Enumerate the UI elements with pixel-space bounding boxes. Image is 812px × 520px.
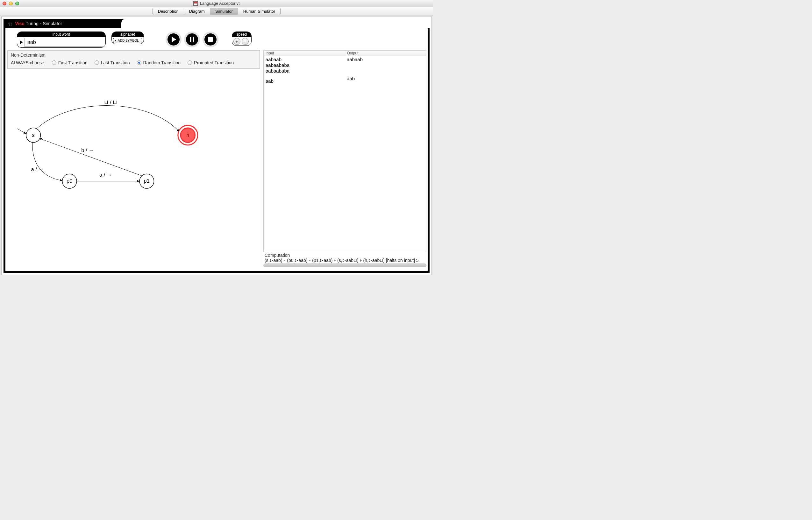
tab-simulator[interactable]: Simulator — [210, 8, 238, 15]
edge-p0-p1-label: a / → — [99, 172, 112, 178]
state-p1-label: p1 — [144, 178, 150, 184]
document-icon — [193, 1, 198, 6]
radio-first-transition[interactable]: First Transition — [52, 60, 87, 65]
logo-icon: m — [7, 20, 12, 27]
alphabet-panel: alphabet ADD SYMBOL — [111, 31, 144, 44]
nondeterminism-legend: Non-Determinism — [11, 53, 256, 58]
edge-s-h-label: ⊔ / ⊔ — [104, 99, 117, 105]
play-icon — [172, 36, 176, 42]
window-title: Language Acceptor.vt — [200, 1, 239, 6]
state-p0-label: p0 — [67, 178, 72, 184]
io-input-cell: aabaababa — [265, 68, 343, 74]
zoom-icon[interactable] — [15, 2, 19, 5]
app-frame: m Visu Turing - Simulator input word alp… — [1, 17, 432, 275]
radio-last-transition[interactable]: Last Transition — [95, 60, 130, 65]
io-input-cell: aabaab — [265, 57, 343, 62]
state-s-label: s — [32, 132, 35, 138]
minimize-icon[interactable] — [9, 2, 13, 5]
tab-human-simulator[interactable]: Human Simulator — [238, 8, 280, 15]
stop-button[interactable] — [203, 31, 219, 47]
speed-caption: speed — [232, 32, 252, 37]
speed-panel: speed + - — [232, 31, 252, 46]
io-input-cell: aab — [265, 78, 343, 84]
input-word-panel: input word — [17, 31, 106, 48]
io-input-cell — [265, 74, 343, 78]
toolbar: input word alphabet ADD SYMBOL — [5, 28, 428, 50]
computation-header: Computation — [263, 253, 426, 258]
edge-s-p0-label: a / → — [31, 166, 43, 172]
add-symbol-button[interactable]: ADD SYMBOL — [113, 38, 142, 43]
pause-icon — [190, 37, 194, 42]
stop-icon — [208, 37, 213, 42]
nondeterminism-panel: Non-Determinism ALWAYS choose: First Tra… — [7, 50, 260, 69]
choose-label: ALWAYS choose: — [11, 60, 46, 65]
io-output-cell — [347, 67, 424, 71]
pause-button[interactable] — [184, 31, 200, 47]
computation-line: (s,⊳aab) ⊦ (p0,⊳aab) ⊦ (p1,⊳aab) ⊦ (s,⊳a… — [263, 258, 426, 263]
computation-panel: Computation (s,⊳aab) ⊦ (p0,⊳aab) ⊦ (p1,⊳… — [263, 253, 426, 267]
brand-rest: Turing - Simulator — [26, 21, 62, 26]
play-small-icon[interactable] — [20, 40, 23, 45]
speed-plus-button[interactable]: + — [233, 38, 240, 45]
input-word-field[interactable] — [25, 38, 104, 47]
io-output-cell — [347, 71, 424, 76]
io-output-header: Output — [345, 51, 426, 56]
brand-visu: Visu — [15, 21, 24, 26]
speed-minus-button[interactable]: - — [242, 38, 249, 45]
io-table[interactable]: Input Output aabaabaabaababaaabaababaaab… — [263, 50, 426, 252]
radio-prompted-transition[interactable]: Prompted Transition — [187, 60, 234, 65]
io-output-cell: aab — [347, 76, 424, 81]
input-word-caption: input word — [17, 32, 105, 37]
io-input-cell: aabaababa — [265, 62, 343, 68]
close-icon[interactable] — [3, 2, 6, 5]
play-button[interactable] — [166, 31, 181, 47]
computation-progress — [263, 263, 426, 267]
radio-random-transition[interactable]: Random Transition — [137, 60, 181, 65]
edge-p1-s-label: b / → — [81, 147, 94, 153]
tab-bar: DescriptionDiagramSimulatorHuman Simulat… — [0, 7, 433, 16]
state-h-label: h — [186, 133, 189, 138]
state-diagram[interactable]: s p0 p1 h ⊔ / ⊔ — [5, 69, 262, 267]
io-output-cell: aabaab — [347, 57, 424, 62]
tab-description[interactable]: Description — [153, 8, 184, 15]
io-output-cell — [347, 62, 424, 67]
window-titlebar: Language Acceptor.vt — [0, 0, 433, 7]
alphabet-caption: alphabet — [112, 32, 144, 37]
io-input-header: Input — [264, 51, 345, 56]
tab-diagram[interactable]: Diagram — [184, 8, 210, 15]
